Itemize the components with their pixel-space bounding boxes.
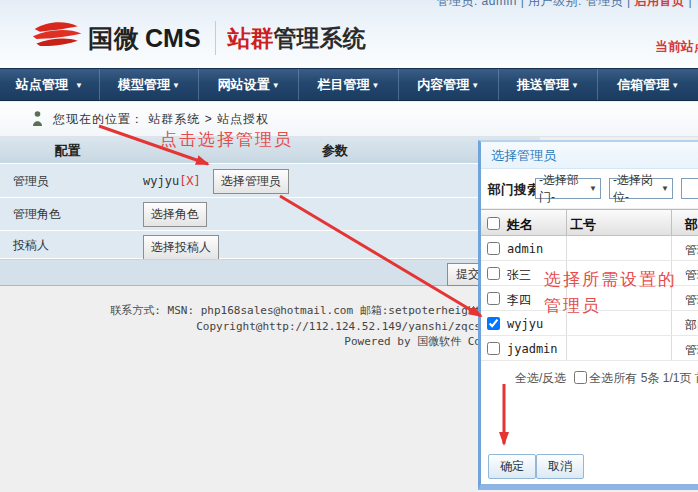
row-checkbox[interactable]	[487, 342, 500, 355]
annotation-click-select-admin: 点击选择管理员	[160, 128, 293, 151]
dept-search-label: 部门搜索	[488, 181, 540, 199]
config-table: 配置 参数 管理员 wyjyu[X] 选择管理员 管理角色 选择角色 投稿人 选…	[0, 137, 540, 286]
row-name: 李四	[507, 292, 531, 309]
admin-value: wyjyu[X]	[143, 174, 201, 188]
row-name: wyjyu	[507, 317, 543, 331]
person-icon	[32, 111, 43, 127]
nav-label: 内容管理	[417, 76, 469, 94]
cancel-button[interactable]: 取消	[536, 454, 584, 479]
user-info-sep: |	[685, 0, 692, 8]
nav-push-management[interactable]: 推送管理▼	[499, 69, 599, 100]
user-info: 管理员: admin | 用户级别: 管理员 |	[436, 0, 634, 8]
top-header: 管理员: admin | 用户级别: 管理员 | 启用首页 | 国微 CMS 站…	[0, 0, 698, 68]
table-row-role: 管理角色 选择角色	[0, 198, 540, 231]
main-nav: 站点管理▼ 模型管理▼ 网站设置▼ 栏目管理▼ 内容管理▼ 推送管理▼ 信箱管理…	[0, 68, 698, 101]
nav-model-management[interactable]: 模型管理▼	[100, 69, 200, 100]
dialog-search-row: 部门搜索 -选择部门- ▼ -选择岗位- ▼	[481, 169, 698, 209]
logo: 国微 CMS 站群 管理系统	[30, 20, 366, 56]
toggle-select-link[interactable]: 全选/反选	[515, 371, 566, 385]
row-department: 管理	[685, 267, 698, 284]
page-indicator: 1/1页	[663, 371, 692, 385]
row-name: admin	[507, 242, 543, 256]
nav-website-settings[interactable]: 网站设置▼	[199, 69, 299, 100]
select-all-checkbox[interactable]	[487, 217, 500, 230]
keyword-input[interactable]	[681, 178, 698, 199]
column-employee-id: 工号	[570, 216, 596, 234]
enable-homepage-link[interactable]: 启用首页	[635, 0, 685, 8]
chevron-down-icon: ▼	[172, 81, 180, 90]
chevron-down-icon: ▼	[571, 81, 579, 90]
footer-copyright: Copyright@http://112.124.52.149/yanshi/z…	[0, 319, 481, 335]
row-label: 管理员	[13, 164, 49, 198]
chevron-down-icon: ▼	[272, 81, 280, 90]
current-site-label: 当前站点	[655, 38, 698, 56]
submit-row: 提交	[0, 259, 540, 286]
nav-label: 网站设置	[218, 76, 270, 94]
nav-mailbox-management[interactable]: 信箱管理▼	[598, 69, 698, 100]
breadcrumb: 您现在的位置： 站群系统 > 站点授权	[53, 111, 269, 128]
row-checkbox[interactable]	[487, 267, 500, 280]
row-checkbox[interactable]	[487, 317, 500, 330]
breadcrumb-path: 站群系统 > 站点授权	[148, 112, 269, 126]
footer-powered-by: Powered by 国微软件 Co	[0, 334, 481, 350]
footer-contact: 联系方式: MSN: php168sales@hotmail.com 邮箱:se…	[0, 303, 481, 319]
dialog-pagination: 全选/反选全选所有 5条 1/1页 首页	[481, 361, 698, 391]
select-all-label: 全选所有	[589, 371, 637, 385]
select-role-button[interactable]: 选择角色	[143, 202, 207, 227]
department-select[interactable]: -选择部门- ▼	[535, 178, 601, 199]
nav-label: 站点管理	[16, 76, 68, 94]
user-status-bar: 管理员: admin | 用户级别: 管理员 | 启用首页 |	[436, 0, 692, 10]
admin-username: wyjyu	[143, 174, 179, 188]
department-select-value: -选择部门-	[539, 172, 586, 206]
remove-admin-mark[interactable]: [X]	[179, 174, 201, 188]
row-name: 张三	[507, 267, 531, 284]
position-select[interactable]: -选择岗位- ▼	[609, 178, 673, 199]
breadcrumb-prefix: 您现在的位置：	[53, 112, 144, 126]
nav-label: 信箱管理	[617, 76, 669, 94]
annotation-select-needed-2: 管理员	[544, 294, 601, 317]
row-name: jyadmin	[507, 342, 558, 356]
record-count: 5条	[641, 371, 660, 385]
app-window: 管理员: admin | 用户级别: 管理员 | 启用首页 | 国微 CMS 站…	[0, 0, 698, 492]
row-department: 管理	[685, 342, 698, 359]
annotation-select-needed-1: 选择所需设置的	[544, 268, 677, 291]
flame-logo-icon	[30, 20, 86, 56]
column-name: 姓名	[507, 216, 533, 234]
table-row-admin: 管理员 wyjyu[X] 选择管理员	[0, 164, 540, 198]
table-row-contributor: 投稿人 选择投稿人	[0, 231, 540, 259]
row-checkbox[interactable]	[487, 292, 500, 305]
row-department: 管理	[685, 242, 698, 259]
chevron-down-icon: ▼	[589, 184, 597, 193]
ok-button[interactable]: 确定	[488, 454, 536, 479]
chevron-down-icon: ▼	[671, 81, 679, 90]
row-label: 管理角色	[13, 198, 61, 231]
dialog-table-header: 姓名 工号 部门	[481, 209, 698, 236]
column-config: 配置	[0, 137, 135, 164]
nav-label: 推送管理	[517, 76, 569, 94]
column-params: 参数	[322, 137, 348, 164]
select-all-pages-checkbox[interactable]	[574, 371, 587, 384]
chevron-down-icon: ▼	[471, 81, 479, 90]
product-name-red: 站群	[228, 23, 274, 54]
dialog-title: 选择管理员	[481, 142, 698, 169]
column-department: 部门	[685, 216, 698, 234]
nav-label: 栏目管理	[318, 76, 370, 94]
nav-content-management[interactable]: 内容管理▼	[399, 69, 499, 100]
admin-list-row[interactable]: jyadmin 管理	[481, 336, 698, 361]
brand-name-cn: 国微	[88, 22, 140, 55]
admin-list-row[interactable]: admin 管理	[481, 236, 698, 261]
select-admin-button[interactable]: 选择管理员	[213, 169, 289, 194]
product-name-black: 管理系统	[274, 23, 366, 54]
position-select-value: -选择岗位-	[613, 172, 658, 206]
brand-divider	[215, 21, 216, 55]
nav-column-management[interactable]: 栏目管理▼	[299, 69, 399, 100]
chevron-down-icon: ▼	[661, 184, 669, 193]
select-contributor-button[interactable]: 选择投稿人	[143, 235, 219, 260]
brand-name-en: CMS	[145, 24, 201, 53]
chevron-down-icon: ▼	[75, 81, 83, 90]
row-checkbox[interactable]	[487, 242, 500, 255]
chevron-down-icon: ▼	[372, 81, 380, 90]
nav-site-management[interactable]: 站点管理▼	[0, 69, 100, 100]
page-footer: 联系方式: MSN: php168sales@hotmail.com 邮箱:se…	[0, 303, 481, 350]
row-department: 部门	[685, 317, 698, 334]
